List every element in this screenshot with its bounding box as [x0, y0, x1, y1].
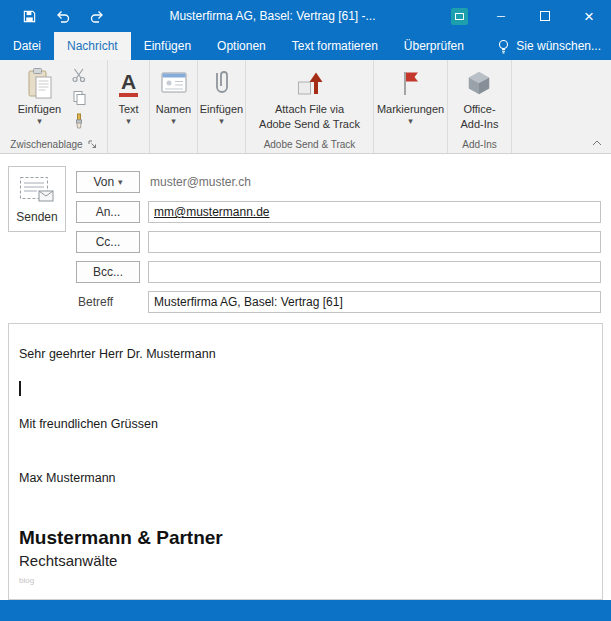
tab-nachricht[interactable]: Nachricht: [54, 32, 131, 60]
chevron-down-icon: ▾: [171, 117, 176, 126]
format-painter-button[interactable]: [67, 112, 91, 130]
bcc-button[interactable]: Bcc...: [76, 261, 140, 283]
tab-optionen[interactable]: Optionen: [204, 32, 279, 60]
status-bar: [0, 600, 611, 621]
titlebar: Musterfirma AG, Basel: Vertrag [61] -...…: [0, 0, 611, 32]
group-names: Namen ▾: [150, 60, 198, 153]
tell-me-box[interactable]: Sie wünschen...: [497, 32, 611, 60]
clipboard-paste-icon: [25, 65, 55, 101]
addins-label-line2: Add-Ins: [461, 118, 499, 131]
to-button[interactable]: An...: [76, 201, 140, 223]
message-body[interactable]: Sehr geehrter Herr Dr. Mustermann Mit fr…: [8, 323, 603, 600]
paste-button[interactable]: Einfügen ▾: [14, 63, 65, 135]
group-label-adobe: Adobe Send & Track: [246, 135, 373, 153]
minimize-button[interactable]: ─: [479, 0, 523, 32]
send-button[interactable]: Senden: [8, 166, 66, 232]
group-label-clipboard: Zwischenablage: [0, 135, 107, 153]
from-value: muster@muster.ch: [150, 171, 251, 193]
tell-me-label: Sie wünschen...: [516, 39, 601, 53]
subject-value: Musterfirma AG, Basel: Vertrag [61]: [154, 295, 343, 309]
redo-icon: [89, 9, 105, 23]
quick-access-toolbar: [0, 7, 106, 25]
adobe-send-track-button[interactable]: Attach File via Adobe Send & Track: [255, 63, 364, 135]
group-include: Einfügen ▾: [198, 60, 246, 153]
send-label: Senden: [16, 210, 57, 224]
adobe-label-line1: Attach File via: [275, 103, 344, 116]
names-button[interactable]: Namen ▾: [152, 63, 195, 135]
ribbon-tab-bar: Datei Nachricht Einfügen Optionen Text f…: [0, 32, 611, 60]
subject-field[interactable]: Musterfirma AG, Basel: Vertrag [61]: [148, 291, 601, 313]
to-recipient[interactable]: mm@mustermann.de: [154, 205, 270, 219]
format-painter-icon: [72, 113, 86, 129]
group-addins: Office- Add-Ins Add-Ins: [448, 60, 512, 153]
tab-text-formatieren[interactable]: Text formatieren: [279, 32, 391, 60]
bcc-field[interactable]: [148, 261, 601, 283]
clipboard-group-label-text: Zwischenablage: [10, 139, 82, 150]
chevron-down-icon: ▾: [37, 117, 42, 126]
attach-file-button[interactable]: Einfügen ▾: [196, 63, 247, 135]
scissors-icon: [71, 67, 87, 83]
clipboard-small-buttons: [65, 63, 93, 135]
adobe-attach-icon: [295, 65, 325, 101]
signature-profession: Rechtsanwälte: [19, 552, 592, 570]
address-book-icon: [159, 65, 189, 101]
signature-footer-note: blog: [19, 576, 592, 585]
ribbon: Einfügen ▾: [0, 60, 611, 154]
save-button[interactable]: [20, 7, 38, 25]
bcc-label: Bcc...: [93, 265, 123, 279]
signature-company: Mustermann & Partner: [19, 526, 592, 549]
cc-field[interactable]: [148, 231, 601, 253]
text-cursor: [19, 381, 21, 396]
copy-button[interactable]: [67, 89, 91, 107]
paperclip-icon: [211, 65, 233, 101]
to-field[interactable]: mm@mustermann.de: [148, 201, 601, 223]
closing-line: Mit freundlichen Grüssen: [19, 416, 592, 432]
tab-datei[interactable]: Datei: [0, 32, 54, 60]
adobe-label-line2: Adobe Send & Track: [259, 118, 360, 131]
greeting-line: Sehr geehrter Herr Dr. Mustermann: [19, 346, 592, 362]
office-addins-button[interactable]: Office- Add-Ins: [457, 63, 503, 135]
maximize-button[interactable]: [523, 0, 567, 32]
lightbulb-icon: [497, 39, 510, 54]
group-adobe: Attach File via Adobe Send & Track Adobe…: [246, 60, 374, 153]
flag-icon: [399, 65, 423, 101]
dialog-launcher-icon[interactable]: [88, 140, 97, 149]
minimize-icon: ─: [497, 11, 505, 22]
tags-button[interactable]: Markierungen ▾: [373, 63, 448, 135]
cc-label: Cc...: [96, 235, 121, 249]
redo-button[interactable]: [88, 7, 106, 25]
save-icon: [22, 9, 37, 24]
cut-button[interactable]: [67, 66, 91, 84]
text-label: Text: [118, 103, 138, 116]
collapse-ribbon-button[interactable]: [589, 137, 605, 149]
adobe-group-label-text: Adobe Send & Track: [264, 139, 356, 150]
addins-cube-icon: [465, 65, 493, 101]
text-button[interactable]: A Text ▾: [114, 63, 142, 135]
undo-button[interactable]: [54, 7, 72, 25]
close-button[interactable]: ×: [567, 0, 611, 32]
ribbon-display-options-button[interactable]: [439, 0, 479, 32]
addins-group-label-text: Add-Ins: [462, 139, 496, 150]
from-label: Von: [93, 175, 114, 189]
chevron-up-icon: [592, 140, 602, 146]
window-title: Musterfirma AG, Basel: Vertrag [61] -...: [106, 9, 439, 23]
group-text: A Text ▾: [108, 60, 150, 153]
undo-icon: [55, 9, 71, 23]
tab-einfuegen[interactable]: Einfügen: [131, 32, 204, 60]
group-tags: Markierungen ▾: [374, 60, 448, 153]
subject-label: Betreff: [78, 291, 113, 313]
sender-name-line: Max Mustermann: [19, 470, 592, 486]
attach-label: Einfügen: [200, 103, 243, 116]
letter-a-underline-icon: A: [119, 65, 138, 101]
chevron-down-icon: ▾: [118, 177, 123, 187]
cc-button[interactable]: Cc...: [76, 231, 140, 253]
maximize-icon: [540, 11, 550, 21]
tab-ueberpruefen[interactable]: Überprüfen: [391, 32, 477, 60]
chevron-down-icon: ▾: [126, 117, 131, 126]
addins-label-line1: Office-: [463, 103, 495, 116]
from-button[interactable]: Von ▾: [76, 171, 140, 193]
send-icon: [18, 175, 56, 205]
copy-icon: [72, 90, 87, 106]
group-clipboard: Einfügen ▾: [0, 60, 108, 153]
outlook-compose-window: Musterfirma AG, Basel: Vertrag [61] -...…: [0, 0, 611, 621]
